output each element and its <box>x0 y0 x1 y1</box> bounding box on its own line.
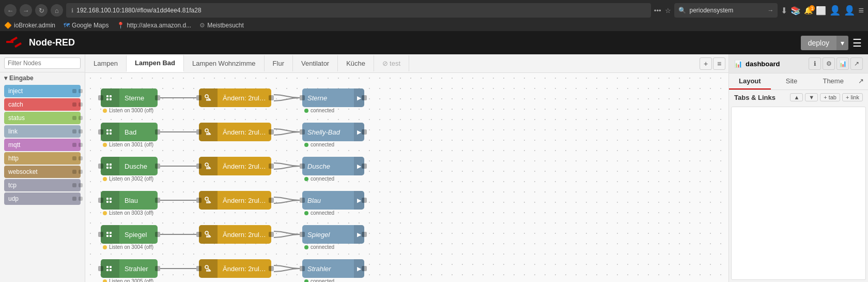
output-node-blau[interactable]: Blau ▶ connected <box>302 191 364 216</box>
right-panel-actions: ℹ ⚙ 📊 ↗ <box>809 57 863 70</box>
browser-toolbar: ← → ↻ ⌂ ℹ 192.168.100.10:1880/#flow/a1dd… <box>0 0 868 21</box>
rp-up-button[interactable]: ▲ <box>790 93 803 101</box>
tab-ventilator[interactable]: Ventilator <box>293 55 338 71</box>
profile-icon[interactable]: 👤 <box>829 5 841 16</box>
more-button[interactable]: ••• <box>654 7 661 14</box>
node-icon-strahler <box>101 259 119 278</box>
tab-test[interactable]: ⊘test <box>374 55 409 71</box>
search-icon: 🔍 <box>678 7 686 14</box>
filter-input[interactable] <box>4 57 81 69</box>
download-icon[interactable]: ⬇ <box>781 6 787 16</box>
switch-node-sterne[interactable]: Ändern: 2rules <box>199 88 271 107</box>
rp-tab-layout[interactable]: Layout <box>729 73 771 90</box>
rp-down-button[interactable]: ▼ <box>805 93 818 101</box>
switch-node-bad[interactable]: Ändern: 2rules <box>199 123 271 141</box>
input-node-spiegel[interactable]: Spiegel Listen on 3004 (off) <box>101 225 158 250</box>
url-bar[interactable]: ℹ 192.168.100.10:1880/#flow/a1dd4ee4.81f… <box>66 3 651 18</box>
input-node-blau[interactable]: Blau Listen on 3003 (off) <box>101 191 158 216</box>
sidebar-node-mqtt[interactable]: mqtt <box>4 139 81 151</box>
tab-lampen[interactable]: Lampen <box>85 55 127 71</box>
bookmarks-bar: 🔶 ioBroker.admin 🗺 Google Maps 📍 http://… <box>0 21 868 31</box>
sidebar-node-tcp[interactable]: tcp <box>4 179 81 191</box>
search-bar[interactable]: 🔍 periodensystem → <box>674 3 778 18</box>
switch-port-left-dusche <box>196 164 202 169</box>
rp-tab-site[interactable]: Site <box>771 73 813 90</box>
switch-port-left-sterne <box>196 95 202 100</box>
input-node-sterne[interactable]: Sterne Listen on 3000 (off) <box>101 88 158 113</box>
node-port-right <box>79 129 83 133</box>
output-node-sterne[interactable]: Sterne ▶ connected <box>302 88 364 113</box>
deploy-dropdown[interactable]: ▾ <box>836 36 848 50</box>
switch-node-spiegel[interactable]: Ändern: 2rules <box>199 225 271 244</box>
bookmark-alexa[interactable]: 📍 http://alexa.amazon.d... <box>117 22 191 29</box>
input-node-bad[interactable]: Bad Listen on 3001 (off) <box>101 123 158 147</box>
rp-chart-button[interactable]: 📊 <box>836 57 849 70</box>
canvas-area[interactable]: Sterne Listen on 3000 (off) Ändern: 2rul… <box>85 73 729 282</box>
sidebar-node-handle <box>72 197 76 201</box>
output-port-left-strahler <box>300 266 305 271</box>
add-tab-button[interactable]: + <box>700 57 712 70</box>
switch-port-left-spiegel <box>196 232 202 237</box>
sidebar-node-inject[interactable]: inject <box>4 85 81 97</box>
sidebar-node-udp[interactable]: udp <box>4 192 81 205</box>
rp-section-label: Tabs & Links <box>734 94 776 101</box>
rp-add-tab-button[interactable]: + tab <box>820 93 840 101</box>
input-node-dusche[interactable]: Dusche Listen on 3002 (off) <box>101 157 158 182</box>
output-label-dusche: Dusche <box>302 162 354 170</box>
sidebar-node-status[interactable]: status <box>4 112 81 124</box>
sidebar-node-http[interactable]: http <box>4 152 81 165</box>
input-port-left-sterne <box>98 95 103 100</box>
center-area: LampenLampen BadLampen WohnzimmeFlurVent… <box>85 54 729 282</box>
sidebar-node-websocket[interactable]: websocket <box>4 166 81 178</box>
input-node-strahler[interactable]: Strahler Listen on 3005 (off) <box>101 259 158 282</box>
bookmark-meistbesucht[interactable]: ⚙ Meistbesucht <box>199 22 244 29</box>
input-label-dusche: Dusche <box>119 162 158 170</box>
reload-button[interactable]: ↻ <box>35 4 48 17</box>
tab-list-button[interactable]: ≡ <box>713 57 725 70</box>
output-label-bad: Shelly-Bad <box>302 128 354 136</box>
svg-rect-2 <box>14 42 22 47</box>
home-button[interactable]: ⌂ <box>51 4 63 17</box>
nr-menu-button[interactable]: ☰ <box>853 37 862 49</box>
sidebar-node-link[interactable]: link <box>4 125 81 138</box>
switch-node-blau[interactable]: Ändern: 2rules <box>199 191 271 210</box>
rp-tab-theme[interactable]: Theme <box>812 73 854 90</box>
bookmark-googlemaps[interactable]: 🗺 Google Maps <box>64 22 109 29</box>
output-port-left-bad <box>300 129 305 135</box>
rp-external-link-tab[interactable]: ↗ <box>854 73 868 90</box>
tab-küche[interactable]: Küche <box>338 55 374 71</box>
rp-info-button[interactable]: ℹ <box>809 57 821 70</box>
svg-rect-21 <box>110 164 112 166</box>
forward-button[interactable]: → <box>20 4 32 17</box>
bookmark-iobroker[interactable]: 🔶 ioBroker.admin <box>4 22 55 29</box>
rp-gear-button[interactable]: ⚙ <box>823 57 835 70</box>
menu-dots[interactable]: ≡ <box>858 5 864 16</box>
switch-node-dusche[interactable]: Ändern: 2rules <box>199 157 271 175</box>
output-node-dusche[interactable]: Dusche ▶ connected <box>302 157 364 182</box>
sidebar-section-header[interactable]: ▾ Eingabe <box>0 72 85 84</box>
rp-external-link[interactable]: ↗ <box>850 57 863 70</box>
svg-rect-43 <box>106 266 109 268</box>
output-node-bad[interactable]: Shelly-Bad ▶ connected <box>302 123 364 147</box>
connections-svg <box>85 73 729 282</box>
library-icon[interactable]: 📚 <box>791 6 801 16</box>
svg-point-31 <box>205 197 208 200</box>
tab-flur[interactable]: Flur <box>265 55 293 71</box>
tab-lampen-wohnzimme[interactable]: Lampen Wohnzimme <box>184 55 265 71</box>
rp-add-link-button[interactable]: + link <box>842 93 863 101</box>
notification-badge[interactable]: 🔔1 <box>804 6 813 14</box>
settings-icon[interactable]: 👤 <box>844 5 855 16</box>
sidebar-node-catch[interactable]: catch <box>4 98 81 111</box>
output-node-spiegel[interactable]: Spiegel ▶ connected <box>302 225 364 250</box>
bookmark-star[interactable]: ☆ <box>665 7 671 14</box>
switch-label-strahler: Ändern: 2rules <box>218 265 271 273</box>
sidebar-node-label: link <box>8 128 18 135</box>
output-node-strahler[interactable]: Strahler ▶ connected <box>302 259 364 282</box>
deploy-button[interactable]: deploy <box>801 36 836 50</box>
tab-lampen-bad[interactable]: Lampen Bad <box>127 55 184 72</box>
back-button[interactable]: ← <box>4 4 17 17</box>
tab-icon[interactable]: ⬜ <box>816 6 826 16</box>
lock-icon: ℹ <box>71 7 73 14</box>
switch-port-right-dusche <box>269 164 274 169</box>
switch-node-strahler[interactable]: Ändern: 2rules <box>199 259 271 278</box>
